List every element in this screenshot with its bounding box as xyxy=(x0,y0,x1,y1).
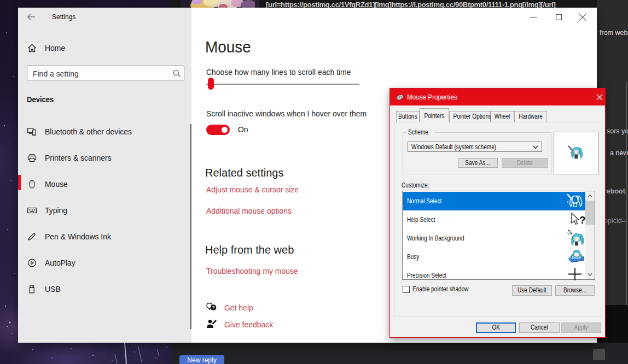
svg-text:?: ? xyxy=(212,305,215,310)
svg-text:?: ? xyxy=(579,214,586,226)
